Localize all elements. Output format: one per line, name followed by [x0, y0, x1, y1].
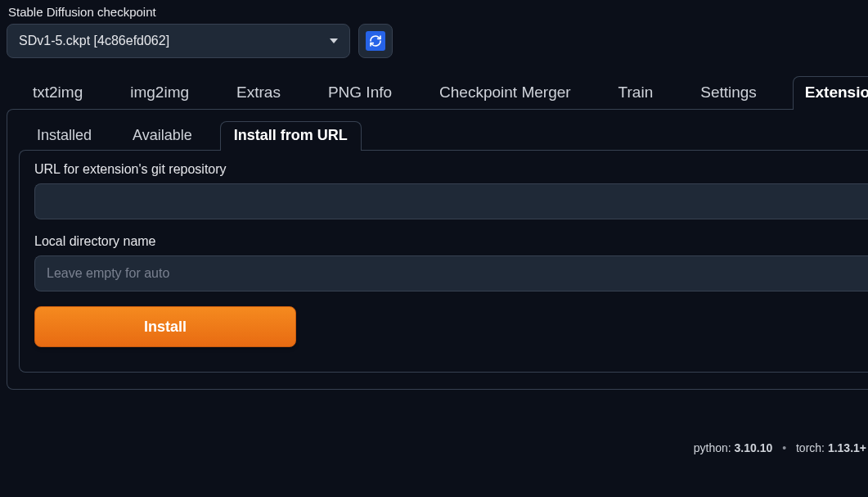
tab-png-info[interactable]: PNG Info	[317, 77, 403, 110]
python-label: python:	[694, 441, 731, 454]
tab-train[interactable]: Train	[607, 77, 665, 110]
sub-tab-install-from-url[interactable]: Install from URL	[220, 121, 362, 151]
torch-version: 1.13.1+	[828, 441, 866, 454]
python-version: 3.10.10	[735, 441, 773, 454]
refresh-icon	[366, 31, 385, 51]
local-directory-input[interactable]	[34, 255, 868, 291]
sub-tab-available[interactable]: Available	[119, 122, 205, 151]
refresh-checkpoints-button[interactable]	[358, 24, 393, 58]
install-from-url-panel: URL for extension's git repository Local…	[19, 150, 868, 373]
tab-img2img[interactable]: img2img	[119, 77, 200, 110]
main-tabs: txt2img img2img Extras PNG Info Checkpoi…	[0, 58, 868, 110]
tab-extensions[interactable]: Extensions	[793, 76, 868, 110]
extensions-panel: Installed Available Install from URL URL…	[7, 109, 868, 390]
torch-label: torch:	[796, 441, 825, 454]
chevron-down-icon	[330, 38, 338, 43]
sub-tab-installed[interactable]: Installed	[24, 122, 105, 151]
checkpoint-label: Stable Diffusion checkpoint	[8, 5, 861, 19]
local-dir-field-label: Local directory name	[34, 234, 868, 249]
tab-extras[interactable]: Extras	[225, 77, 292, 110]
tab-txt2img[interactable]: txt2img	[21, 77, 94, 110]
tab-checkpoint-merger[interactable]: Checkpoint Merger	[428, 77, 582, 110]
url-field-label: URL for extension's git repository	[34, 162, 868, 177]
footer-versions: python: 3.10.10 • torch: 1.13.1+	[694, 441, 868, 454]
tab-settings[interactable]: Settings	[689, 77, 768, 110]
separator-dot: •	[782, 441, 786, 454]
extension-url-input[interactable]	[34, 183, 868, 219]
extensions-sub-tabs: Installed Available Install from URL	[19, 121, 868, 151]
install-button[interactable]: Install	[34, 306, 296, 347]
checkpoint-selected-value: SDv1-5.ckpt [4c86efd062]	[19, 34, 169, 48]
checkpoint-select[interactable]: SDv1-5.ckpt [4c86efd062]	[7, 24, 350, 58]
